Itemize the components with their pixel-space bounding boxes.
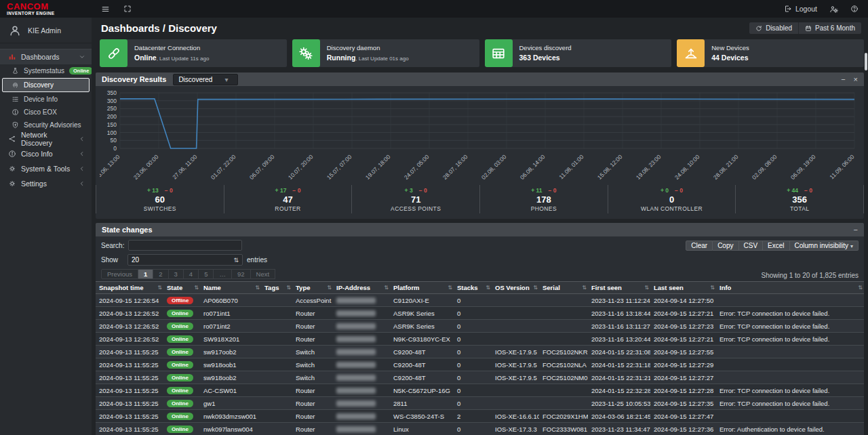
hamburger-icon[interactable] (101, 5, 110, 14)
state-badge: Online (167, 387, 193, 394)
user-profile[interactable]: KIE Admin (0, 18, 92, 43)
scrollbar-thumb[interactable] (865, 53, 867, 70)
cell-snapshot-time: 2024-09-15 12:26:54 (96, 294, 163, 307)
cell-stacks: 0 (454, 307, 492, 320)
column-header-first-seen[interactable]: First seen⇅ (588, 282, 650, 294)
cell-info: Error: TCP connection to device failed. (716, 384, 864, 397)
redacted-ip (336, 388, 376, 394)
svg-text:06.07, 09:00: 06.07, 09:00 (248, 153, 276, 181)
cell-snapshot-time: 2024-09-13 11:55:25 (96, 423, 163, 435)
sidebar-item-cisco-eox[interactable]: Cisco EOX (0, 106, 92, 119)
cell-first-seen: 2024-01-15 22:31:18 (588, 358, 650, 371)
page-button-previous[interactable]: Previous (101, 269, 138, 279)
stat-label: ACCESS POINTS (352, 205, 479, 212)
stat-value: 0 (608, 194, 736, 205)
page-button-1[interactable]: 1 (138, 269, 153, 279)
table-row[interactable]: 2024-09-13 11:55:25Onlinegw1Router281102… (96, 397, 864, 410)
excel-button[interactable]: Excel (763, 241, 789, 251)
close-icon[interactable]: × (854, 75, 858, 83)
csv-button[interactable]: CSV (739, 241, 764, 251)
column-header-serial[interactable]: Serial⇅ (539, 282, 588, 294)
list-icon (12, 96, 19, 103)
cell-platform: Linux (390, 423, 454, 435)
cell-tags (261, 346, 292, 358)
cell-os-version (492, 307, 539, 320)
expand-icon[interactable] (123, 5, 132, 14)
page-length-select[interactable]: 20 ⇅ (127, 254, 243, 266)
app-logo: CANCOM INVENTORY ENGINE (0, 2, 92, 16)
sidebar-item-cisco-info[interactable]: Cisco Info (0, 146, 92, 161)
page-button-5[interactable]: 5 (199, 269, 214, 279)
cell-stacks: 0 (454, 294, 492, 307)
help-icon[interactable] (850, 5, 859, 13)
table-row[interactable]: 2024-09-13 11:55:25Onlinesw917oob2Switch… (96, 346, 864, 358)
table-row[interactable]: 2024-09-13 11:55:25OnlineAC-CSW01RouterN… (96, 384, 864, 397)
clear-button[interactable]: Clear (686, 241, 713, 251)
column-label: Name (203, 284, 221, 291)
cell-name: AP060B070 (200, 294, 261, 307)
page-button-[interactable]: … (214, 269, 232, 279)
logout-button[interactable]: Logout (784, 5, 817, 13)
stat-value: 47 (224, 194, 352, 205)
table-row[interactable]: 2024-09-13 12:26:52Onlinero071int1Router… (96, 307, 864, 320)
cell-last-seen: 2024-09-15 12:27:21 (650, 307, 716, 320)
minimize-icon[interactable]: − (841, 75, 845, 83)
table-row[interactable]: 2024-09-13 11:55:25Onlinenwk097lansw004R… (96, 423, 864, 435)
page-button-3[interactable]: 3 (169, 269, 184, 279)
column-header-type[interactable]: Type⇅ (292, 282, 333, 294)
column-header-tags[interactable]: Tags⇅ (261, 282, 292, 294)
sidebar-item-network-discovery[interactable]: Network Discovery (0, 131, 92, 146)
cell-tags (261, 358, 292, 371)
table-row[interactable]: 2024-09-13 12:26:52OnlineSW918X201Router… (96, 333, 864, 346)
period-select-button[interactable]: Past 6 Month (798, 22, 861, 34)
page-button-next[interactable]: Next (251, 269, 276, 279)
cell-info: Error: TCP connection to device failed. (716, 307, 864, 320)
page-button-2[interactable]: 2 (153, 269, 168, 279)
column-header-name[interactable]: Name⇅ (200, 282, 261, 294)
column-header-os-version[interactable]: OS Version⇅ (492, 282, 539, 294)
column-header-info[interactable]: Info⇅ (716, 282, 864, 294)
sidebar-item-security-advisories[interactable]: Security Advisories (0, 119, 92, 131)
table-row[interactable]: 2024-09-13 12:26:52Onlinero071int2Router… (96, 320, 864, 333)
result-filter-dropdown[interactable]: Discovered ▾ (173, 74, 238, 85)
column-header-stacks[interactable]: Stacks⇅ (454, 282, 492, 294)
cell-first-seen: 2023-11-23 11:12:24 (588, 294, 650, 307)
avatar-icon (8, 24, 22, 37)
page-button-92[interactable]: 92 (232, 269, 251, 279)
column-invisibility-button[interactable]: Column invisibility▾ (790, 241, 859, 251)
cell-os-version (492, 294, 539, 307)
table-row[interactable]: 2024-09-15 12:26:54OfflineAP060B070Acces… (96, 294, 864, 307)
cell-snapshot-time: 2024-09-13 12:26:52 (96, 333, 163, 346)
stat-added: + 0 (660, 187, 669, 194)
export-button-group: ClearCopyCSVExcelColumn invisibility▾ (686, 241, 859, 251)
cell-name: nwk093dmzsw001 (200, 410, 261, 423)
user-settings-icon[interactable] (829, 5, 838, 14)
column-header-state[interactable]: State⇅ (163, 282, 200, 294)
cell-first-seen: 2024-01-15 22:31:21 (588, 371, 650, 384)
link-icon (100, 39, 127, 67)
sidebar-item-device-info[interactable]: Device Info (0, 93, 92, 106)
sidebar-item-dashboards[interactable]: Dashboards (0, 49, 92, 64)
page-button-4[interactable]: 4 (184, 269, 199, 279)
column-header-ip-address[interactable]: IP-Address⇅ (333, 282, 390, 294)
table-row[interactable]: 2024-09-13 11:55:25Onlinenwk093dmzsw001R… (96, 410, 864, 423)
sidebar-item-systemstatus[interactable]: SystemstatusOnline (0, 64, 92, 77)
shield-icon (12, 121, 19, 129)
sidebar-item-system-tools[interactable]: System & Tools (0, 161, 92, 176)
copy-button[interactable]: Copy (713, 241, 738, 251)
table-row[interactable]: 2024-09-13 11:55:25Onlinesw918oob2Switch… (96, 371, 864, 384)
cell-type: Router (292, 384, 333, 397)
search-input[interactable] (128, 240, 242, 251)
show-label: Show (101, 256, 118, 264)
table-row[interactable]: 2024-09-13 11:55:25Onlinesw918oob1Switch… (96, 358, 864, 371)
sidebar-item-settings[interactable]: Settings (0, 176, 92, 191)
column-header-last-seen[interactable]: Last seen⇅ (650, 282, 716, 294)
sidebar-item-discovery[interactable]: Discovery (2, 78, 90, 92)
state-changes-panel: State changes − Search: Show 20 ⇅ entrie… (96, 223, 864, 435)
cell-snapshot-time: 2024-09-13 12:26:52 (96, 307, 163, 320)
minimize-icon[interactable]: − (854, 226, 858, 234)
refresh-toggle-button[interactable]: Disabled (749, 22, 798, 34)
column-header-platform[interactable]: Platform⇅ (390, 282, 454, 294)
column-header-snapshot-time[interactable]: Snapshot time⇅ (96, 282, 163, 294)
stat-label: WLAN CONTROLLER (608, 205, 736, 212)
